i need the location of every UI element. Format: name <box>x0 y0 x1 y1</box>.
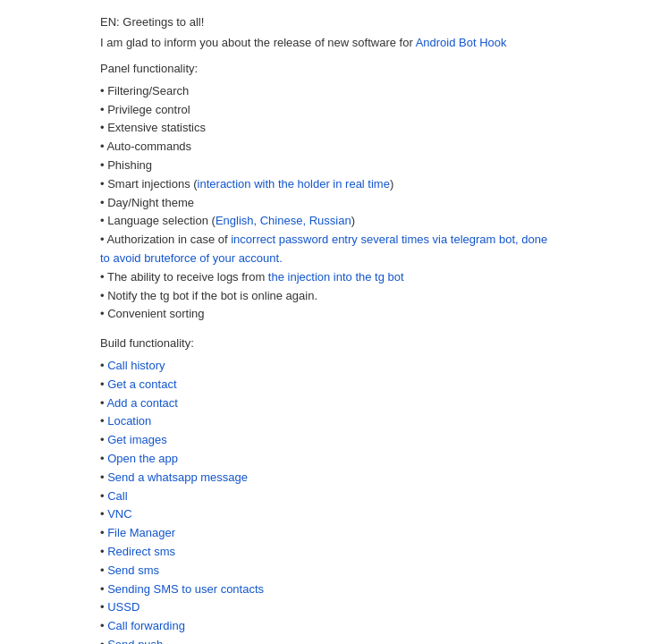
redirect-sms-link[interactable]: Redirect sms <box>107 545 175 558</box>
smart-injections-link[interactable]: interaction with the holder in real time <box>198 177 390 191</box>
list-item: • Call <box>100 487 551 506</box>
send-whatsapp-link[interactable]: Send a whatsapp message <box>107 470 248 484</box>
list-item: • Convenient sorting <box>100 305 551 324</box>
location-link[interactable]: Location <box>107 414 151 428</box>
vnc-link[interactable]: VNC <box>107 507 131 521</box>
list-item: • Extensive statistics <box>100 119 551 138</box>
list-item: • Auto-commands <box>100 138 551 157</box>
auth-link[interactable]: incorrect password entry several times v… <box>100 233 547 265</box>
list-item: • Call history <box>100 357 551 376</box>
list-item: • Sending SMS to user contacts <box>100 580 551 599</box>
list-item: • Smart injections (interaction with the… <box>100 175 551 194</box>
list-item: • USSD <box>100 598 551 617</box>
list-item: • Location <box>100 412 551 431</box>
list-item: • Add a contact <box>100 394 551 413</box>
panel-section: Panel functionality: • Filtering/Search … <box>100 60 551 324</box>
logs-link[interactable]: the injection into the tg bot <box>268 270 404 284</box>
language-link[interactable]: English, Chinese, Russian <box>216 214 351 227</box>
add-contact-link[interactable]: Add a contact <box>106 396 178 410</box>
list-item: • Redirect sms <box>100 543 551 562</box>
list-item: • Language selection (English, Chinese, … <box>100 212 551 231</box>
greeting-text1: EN: Greetings to all! <box>100 15 204 29</box>
main-content: EN: Greetings to all! I am glad to infor… <box>0 0 651 644</box>
get-images-link[interactable]: Get images <box>107 433 166 446</box>
list-item: • Phishing <box>100 157 551 175</box>
call-history-link[interactable]: Call history <box>107 359 165 372</box>
get-contact-link[interactable]: Get a contact <box>107 377 176 391</box>
call-link[interactable]: Call <box>107 489 127 503</box>
panel-section-title: Panel functionality: <box>100 60 551 79</box>
list-item: • Get images <box>100 431 551 450</box>
list-item: • Send sms <box>100 562 551 580</box>
greeting-section: EN: Greetings to all! I am glad to infor… <box>100 13 551 51</box>
greeting-line2: I am glad to inform you about the releas… <box>100 34 551 52</box>
list-item: • Privilege control <box>100 101 551 120</box>
list-item: • Send a whatsapp message <box>100 469 551 487</box>
sending-sms-link[interactable]: Sending SMS to user contacts <box>107 582 264 596</box>
send-push-link[interactable]: Send push <box>107 638 163 644</box>
list-item: • Open the app <box>100 450 551 469</box>
greeting-text2-prefix: I am glad to inform you about the releas… <box>100 36 416 49</box>
list-item: • Notify the tg bot if the bot is online… <box>100 287 551 306</box>
list-item: • Call forwarding <box>100 617 551 636</box>
list-item: • VNC <box>100 505 551 524</box>
list-item: • Filtering/Search <box>100 82 551 101</box>
call-forwarding-link[interactable]: Call forwarding <box>107 619 185 632</box>
android-bot-hook-link[interactable]: Android Bot Hook <box>416 36 507 49</box>
list-item: • Authorization in case of incorrect pas… <box>100 231 551 268</box>
greeting-line1: EN: Greetings to all! <box>100 13 551 31</box>
open-app-link[interactable]: Open the app <box>107 452 178 465</box>
list-item: • Send push <box>100 636 551 644</box>
list-item: • The ability to receive logs from the i… <box>100 268 551 287</box>
build-section-title: Build functionality: <box>100 335 551 353</box>
list-item: • Day/Night theme <box>100 194 551 213</box>
ussd-link[interactable]: USSD <box>107 600 140 614</box>
file-manager-link[interactable]: File Manager <box>107 526 175 539</box>
list-item: • Get a contact <box>100 376 551 394</box>
send-sms-link[interactable]: Send sms <box>107 564 159 577</box>
build-section: Build functionality: • Call history • Ge… <box>100 335 551 644</box>
list-item: • File Manager <box>100 524 551 543</box>
